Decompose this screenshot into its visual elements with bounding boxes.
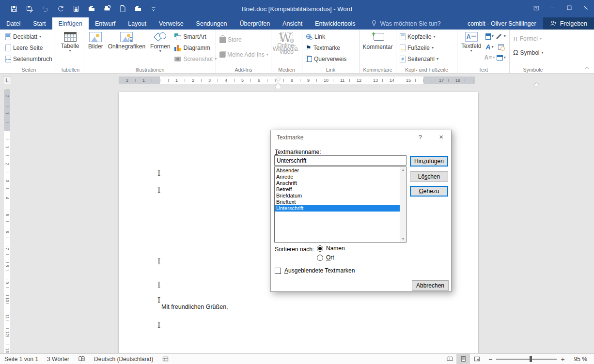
footer-button[interactable]: Fußzeile▾ <box>398 42 440 53</box>
print-layout-icon[interactable] <box>456 354 470 364</box>
save-as-icon[interactable] <box>25 4 34 13</box>
chart-button[interactable]: Diagramm <box>172 42 219 53</box>
customize-quick-access-icon[interactable] <box>149 4 158 13</box>
scroll-up-icon[interactable]: ▲ <box>402 167 405 173</box>
hanging-indent-marker[interactable] <box>276 83 281 86</box>
drop-cap-button[interactable]: A≡▾ <box>484 52 495 63</box>
undo-icon[interactable] <box>41 4 49 13</box>
pictures-button[interactable]: Bilder <box>86 31 106 51</box>
object-button[interactable]: ▾ <box>495 52 507 63</box>
maximize-icon[interactable] <box>561 0 578 15</box>
bookmark-listbox[interactable]: AbsenderAnredeAnschriftBetreffBriefdatum… <box>274 167 406 243</box>
comment-button[interactable]: Kommentar <box>360 31 395 51</box>
online-pictures-button[interactable]: ⊕ Onlinegrafiken <box>106 31 148 51</box>
equation-button[interactable]: πFormel▾ <box>511 33 546 44</box>
web-layout-icon[interactable] <box>470 354 484 364</box>
page-number-button[interactable]: #Seitenzahl▾ <box>398 53 440 64</box>
zoom-level[interactable]: 95 % <box>570 356 594 363</box>
ruler-number: 11 <box>5 314 10 319</box>
tab-sendungen[interactable]: Sendungen <box>190 17 234 30</box>
open-recent-icon[interactable] <box>87 4 96 13</box>
tell-me-box[interactable]: Was möchten Sie tun? <box>371 17 440 30</box>
macro-icon[interactable] <box>157 355 173 363</box>
table-button[interactable]: Tabelle▾ <box>58 31 81 53</box>
left-indent-marker[interactable] <box>276 86 281 89</box>
listbox-scrollbar[interactable]: ▲ ▼ <box>400 167 406 242</box>
tab-start[interactable]: Start <box>27 17 52 30</box>
bookmark-list-item[interactable]: Anrede <box>275 174 400 180</box>
proofing-errors-icon[interactable] <box>74 355 90 363</box>
account-name[interactable]: combit - Oliver Schillinger <box>461 17 543 30</box>
blank-page-button[interactable]: Leere Seite <box>3 42 54 53</box>
cross-reference-button[interactable]: Querverweis <box>304 53 348 64</box>
bookmark-list-item[interactable]: Absender <box>275 167 400 174</box>
tab-verweise[interactable]: Verweise <box>153 17 190 30</box>
first-line-indent-marker[interactable] <box>276 78 281 81</box>
quick-print-icon[interactable] <box>103 4 111 13</box>
zoom-in-icon[interactable]: + <box>561 357 564 362</box>
tab-entwicklertools[interactable]: Entwicklertools <box>309 17 361 30</box>
page-count[interactable]: Seite 1 von 1 <box>0 356 43 363</box>
screenshot-button[interactable]: Screenshot▾ <box>172 53 219 64</box>
zoom-out-icon[interactable]: − <box>488 357 492 362</box>
shapes-button[interactable]: Formen▾ <box>148 31 172 54</box>
bookmark-list-item[interactable]: Brieftext <box>275 199 400 205</box>
bookmark-list-item[interactable]: Unterschrift <box>275 205 400 212</box>
smartart-button[interactable]: SmartArt <box>172 31 219 42</box>
ruler-number: 9 <box>306 77 311 84</box>
redo-icon[interactable] <box>56 4 65 13</box>
hidden-bookmarks-checkbox[interactable]: Ausgeblendete Textmarken <box>275 267 355 274</box>
tab-datei[interactable]: Datei <box>0 17 27 30</box>
tab-entwurf[interactable]: Entwurf <box>89 17 122 30</box>
goto-button[interactable]: Gehe zu <box>410 186 448 197</box>
right-indent-marker[interactable] <box>534 83 539 86</box>
text-box-button[interactable]: A Textfeld▾ <box>459 31 484 53</box>
scroll-down-icon[interactable]: ▼ <box>402 236 405 242</box>
group-seiten: Deckblatt▾ Leere Seite Seitenumbruch Sei… <box>2 30 56 73</box>
sort-by-name-radio[interactable]: Namen <box>317 245 345 252</box>
word-count[interactable]: 3 Wörter <box>43 356 74 363</box>
dialog-help-icon[interactable]: ? <box>419 134 422 141</box>
signature-line-button[interactable]: ▾ <box>495 31 507 42</box>
share-button[interactable]: Freigeben <box>543 17 594 30</box>
cover-page-button[interactable]: Deckblatt▾ <box>3 31 54 42</box>
store-button[interactable]: Store <box>218 34 270 45</box>
bookmark-name-input[interactable] <box>274 155 406 166</box>
symbol-button[interactable]: ΩSymbol▾ <box>511 47 546 58</box>
save-icon[interactable] <box>10 4 18 13</box>
tab-ansicht[interactable]: Ansicht <box>276 17 309 30</box>
ruler-number: 9 <box>5 280 10 286</box>
tab-überprüfen[interactable]: Überprüfen <box>234 17 277 30</box>
read-mode-icon[interactable] <box>443 354 456 364</box>
header-button[interactable]: Kopfzeile▾ <box>398 31 440 42</box>
delete-button[interactable]: Löschen <box>410 171 448 182</box>
bookmark-button[interactable]: ⚑Textmarke <box>304 42 348 53</box>
tab-stop-selector[interactable]: L <box>3 76 11 84</box>
quick-parts-button[interactable]: ▾ <box>484 31 495 42</box>
bookmark-list-item[interactable]: Anschrift <box>275 180 400 186</box>
bookmark-list-item[interactable]: Briefdatum <box>275 193 400 199</box>
collapse-ribbon-icon[interactable] <box>584 63 589 72</box>
page-break-button[interactable]: Seitenumbruch <box>3 53 54 64</box>
open-folder-icon[interactable] <box>134 4 142 13</box>
zoom-slider-thumb[interactable] <box>530 356 532 362</box>
print-preview-icon[interactable] <box>72 4 80 13</box>
sort-by-location-radio[interactable]: Ort <box>317 254 334 261</box>
dialog-close-icon[interactable]: × <box>439 133 443 141</box>
tab-layout[interactable]: Layout <box>122 17 153 30</box>
minimize-icon[interactable] <box>545 0 561 15</box>
bookmark-list-item[interactable]: Betreff <box>275 186 400 193</box>
cancel-button[interactable]: Abbrechen <box>412 280 449 291</box>
date-time-button[interactable] <box>495 42 507 52</box>
tab-einfügen[interactable]: Einfügen <box>52 17 89 30</box>
ribbon-display-options-icon[interactable] <box>528 0 545 15</box>
close-icon[interactable] <box>578 0 594 15</box>
online-video-button[interactable]: Online-video <box>274 31 300 56</box>
link-button[interactable]: Link <box>304 31 348 42</box>
new-document-icon[interactable] <box>118 4 127 13</box>
add-button[interactable]: Hinzufügen <box>410 156 448 167</box>
zoom-slider[interactable] <box>496 359 557 360</box>
my-addins-button[interactable]: Meine Add-Ins▾ <box>218 49 270 60</box>
language[interactable]: Deutsch (Deutschland) <box>90 356 157 363</box>
wordart-button[interactable]: A▾ <box>484 42 495 52</box>
